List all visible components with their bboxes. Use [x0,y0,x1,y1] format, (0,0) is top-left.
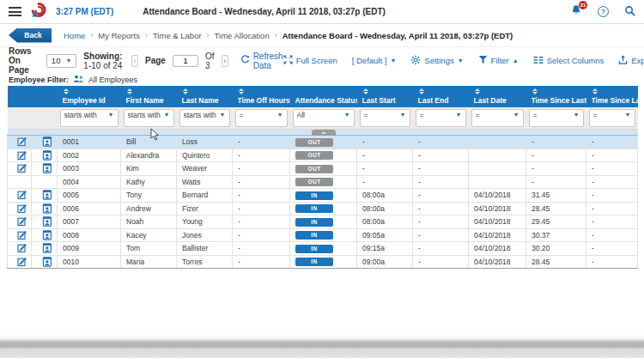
breadcrumb-time-allocation[interactable]: Time Allocation [215,31,270,40]
edit-timecard-icon[interactable] [8,136,32,149]
edit-timecard-icon[interactable] [8,202,32,215]
column-header-attendance_status[interactable]: Attendance Status [290,86,357,107]
table-row[interactable]: 0003KimWeaver-OUT---- [8,162,638,176]
next-page-button[interactable]: › [222,55,228,67]
breadcrumb-separator: › [90,31,93,39]
back-button[interactable]: Back [9,28,52,43]
filter-select-last_date[interactable]: =▼ [471,109,524,127]
column-header-label: Employee Id [63,96,121,105]
column-header-last_start[interactable]: Last Start [357,86,413,107]
employee-profile-icon[interactable] [32,136,58,149]
cell-last_date: 04/10/2018 [469,255,526,269]
filter-cell-employee_id: starts with▼ [58,107,121,130]
export-button[interactable]: Export [618,55,644,66]
column-header-time_off_hours[interactable]: Time Off Hours [233,86,290,107]
search-icon[interactable] [624,4,635,20]
table-row[interactable]: 0009TomBallister-IN09:15a-04/10/201830.2… [8,242,638,256]
employee-profile-icon[interactable] [32,149,58,162]
column-header-last_name[interactable]: Last Name [177,86,233,107]
attendance-table-wrap: Employee IdFirst NameLast NameTime Off H… [7,86,637,269]
page-number-input[interactable] [173,55,198,67]
column-header-last_end[interactable]: Last End [413,86,469,107]
employee-profile-icon[interactable] [32,215,58,229]
column-header-label: Attendance Status [295,96,357,105]
column-header-time_since_last_in[interactable]: Time Since Last In [526,86,586,107]
sort-icon[interactable] [127,88,133,94]
edit-timecard-icon[interactable] [8,149,32,162]
edit-timecard-icon[interactable] [8,228,32,242]
table-row[interactable]: 0005TonyBernard-IN08:00a-04/10/201831.45… [8,189,638,203]
employee-profile-icon[interactable] [32,255,58,269]
filter-select-time_since_last_out[interactable]: =▼ [589,109,635,127]
header-row: Employee IdFirst NameLast NameTime Off H… [8,86,638,107]
cell-last_end: - [413,202,469,215]
edit-timecard-icon[interactable] [8,255,32,269]
rows-per-page-select[interactable]: 10▼ [46,54,77,68]
employee-profile-icon[interactable] [32,228,58,242]
column-header-first_name[interactable]: First Name [121,86,177,107]
filter-select-first_name[interactable]: starts with▼ [124,109,174,127]
filter-select-last_name[interactable]: starts with▼ [179,109,230,127]
refresh-data-button[interactable]: Refresh Data [240,52,283,70]
table-row[interactable]: 0004KathyWatts-OUT---- [8,175,638,189]
sort-icon[interactable] [475,88,481,94]
filter-select-last_start[interactable]: =▼ [360,109,410,127]
select-columns-button[interactable]: Select Columns [533,56,605,66]
cell-first_name: Kacey [121,228,177,242]
employee-filter-label: Employee Filter: [9,76,69,84]
employee-profile-icon[interactable] [32,242,58,256]
previous-page-button[interactable]: ‹ [131,55,138,67]
edit-timecard-icon[interactable] [8,242,32,256]
table-row[interactable]: 0002AlexandraQuintero-OUT---- [8,149,638,162]
current-time[interactable]: 3:27 PM (EDT) [56,7,113,16]
breadcrumb: Home › My Reports › Time & Labor › Time … [64,31,513,40]
notifications-bell-icon[interactable]: 21 [570,4,582,20]
column-header-time_since_last_out[interactable]: Time Since Last Out [586,86,638,107]
employee-profile-icon[interactable] [32,162,58,176]
filter-select-attendance_status[interactable]: All▼ [293,109,355,127]
filter-select-time_since_last_in[interactable]: =▼ [529,109,584,127]
table-row[interactable]: 0007NoahYoung-IN08:00a-04/10/201829.45- [8,215,638,229]
table-row[interactable]: 0001BillLoss-OUT---- [8,136,638,149]
cell-attendance_status: IN [290,189,357,203]
sort-icon[interactable] [532,88,538,94]
breadcrumb-home[interactable]: Home [64,31,85,40]
filter-collapse-tab[interactable] [312,130,336,136]
cell-time_off_hours: - [233,228,290,242]
column-header-last_date[interactable]: Last Date [469,86,526,107]
sort-icon[interactable] [64,88,70,94]
cell-employee_id: 0010 [58,255,121,269]
cell-last_date [469,149,526,162]
help-icon[interactable]: ? [598,6,609,17]
edit-timecard-icon[interactable] [8,162,32,176]
refresh-icon [240,55,250,66]
table-row[interactable]: 0008KaceyJones-IN09:05a-04/10/201830.37- [8,228,638,242]
cell-employee_id: 0003 [58,162,121,176]
table-row[interactable]: 0006AndrewFizer-IN08:00a-04/10/201828.45… [8,202,638,215]
employee-profile-icon[interactable] [32,189,58,203]
table-row[interactable]: 0010MariaTorres-IN09:00a-04/10/201828.45… [8,255,638,269]
settings-dropdown[interactable]: Settings▼ [410,55,463,67]
filter-select-last_end[interactable]: =▼ [416,109,466,127]
full-screen-button[interactable]: Full Screen [283,55,337,66]
sort-icon[interactable] [239,88,245,94]
menu-icon[interactable] [9,5,21,19]
edit-timecard-icon[interactable] [8,215,32,229]
sort-icon[interactable] [592,88,598,94]
breadcrumb-time-labor[interactable]: Time & Labor [153,31,202,40]
filter-toggle-button[interactable]: Filter▲ [478,55,519,66]
view-selector-dropdown[interactable]: [ Default ]▼ [352,56,397,65]
cell-last_date: 04/10/2018 [469,215,526,229]
cell-last_name: Ballister [177,242,233,256]
sort-icon[interactable] [363,88,369,94]
status-badge: OUT [295,178,333,186]
filter-select-time_off_hours[interactable]: =▼ [235,109,288,127]
column-header-employee_id[interactable]: Employee Id [58,86,121,107]
sort-icon[interactable] [419,88,425,94]
edit-timecard-icon[interactable] [8,189,32,203]
employee-profile-icon[interactable] [32,202,58,215]
employee-filter-value[interactable]: All Employees [88,76,137,84]
sort-icon[interactable] [183,88,189,94]
breadcrumb-my-reports[interactable]: My Reports [98,31,140,40]
filter-select-employee_id[interactable]: starts with▼ [60,109,118,127]
